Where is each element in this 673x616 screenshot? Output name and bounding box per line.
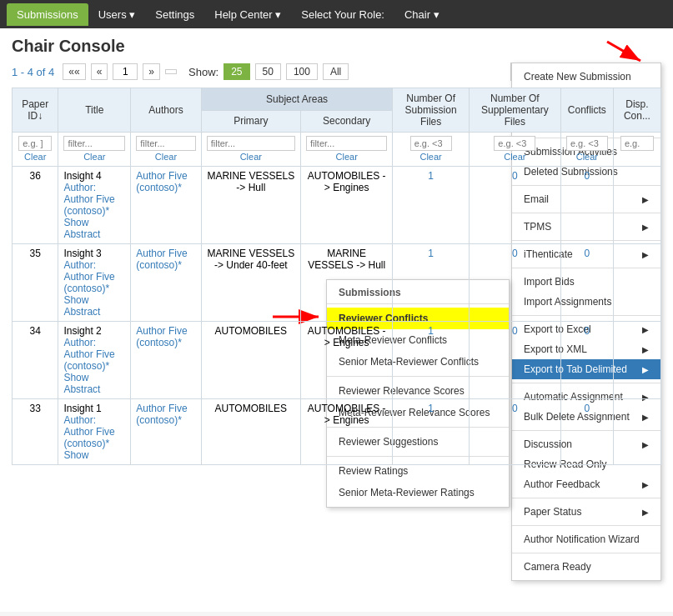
table-row: 36 Insight 4 Author: Author Five (contos… (13, 167, 661, 244)
th-secondary: Secondary (300, 110, 393, 133)
author-link-34[interactable]: Author: Author Five (contoso)* (63, 337, 114, 372)
dd-divider-10 (512, 498, 660, 498)
show-abstract-33[interactable]: Show (63, 449, 88, 461)
num-files-link-34[interactable]: 1 (428, 325, 434, 337)
cell-disp-con-36 (613, 167, 660, 244)
num-supp-link-35[interactable]: 0 (512, 248, 518, 259)
show-50-btn[interactable]: 50 (255, 63, 281, 80)
num-files-link-35[interactable]: 1 (428, 248, 434, 259)
show-100-btn[interactable]: 100 (286, 63, 318, 80)
cell-secondary-33: AUTOMOBILES -> Engines (300, 399, 393, 465)
show-abstract-36[interactable]: Show Abstract (63, 217, 100, 240)
filter-num-files-input[interactable] (410, 136, 452, 151)
cell-title-35: Insight 3 Author: Author Five (contoso)*… (58, 244, 131, 322)
show-abstract-35[interactable]: Show Abstract (63, 294, 100, 318)
filter-title-clear[interactable]: Clear (83, 152, 105, 162)
submenu-senior-meta-reviewer-ratings[interactable]: Senior Meta-Reviewer Ratings (327, 482, 509, 503)
th-disp-con: Disp. Con... (613, 88, 660, 133)
show-abstract-34[interactable]: Show Abstract (63, 372, 100, 395)
filter-conflicts-clear[interactable]: Clear (576, 152, 598, 162)
filter-primary-input[interactable] (207, 136, 295, 151)
filter-num-files-clear[interactable]: Clear (419, 152, 441, 162)
filter-paper-id-input[interactable] (18, 136, 52, 151)
th-title: Title (58, 88, 131, 133)
filter-secondary-clear[interactable]: Clear (336, 152, 358, 162)
dd-author-notification[interactable]: Author Notification Wizard (512, 529, 660, 549)
dd-camera-ready[interactable]: Camera Ready (512, 557, 660, 577)
num-supp-link-36[interactable]: 0 (512, 170, 518, 182)
author-five-link-34[interactable]: Author Five (contoso)* (136, 325, 187, 348)
filter-authors-cell: Clear (131, 133, 202, 167)
num-supp-link-34[interactable]: 0 (512, 325, 518, 337)
conflicts-link-34[interactable]: 0 (585, 325, 590, 337)
conflicts-link-33[interactable]: 0 (585, 403, 590, 414)
nav-role-label: Select Your Role: (291, 3, 394, 26)
filter-num-supp-clear[interactable]: Clear (504, 152, 525, 162)
page-number-input[interactable] (113, 63, 138, 80)
filter-secondary-input[interactable] (306, 136, 388, 151)
filter-title-cell: Clear (58, 133, 131, 167)
cell-conflicts-33: 0 (560, 399, 613, 465)
cell-authors-36: Author Five (contoso)* (131, 167, 202, 244)
nav-help-center[interactable]: Help Center ▾ (204, 3, 291, 26)
pager-first[interactable]: «« (63, 63, 85, 80)
filter-num-supp-input[interactable] (494, 136, 535, 151)
nav-chair[interactable]: Chair ▾ (394, 3, 450, 26)
nav-settings[interactable]: Settings (145, 3, 204, 26)
cell-disp-con-35 (613, 244, 660, 322)
author-five-link-36[interactable]: Author Five (contoso)* (136, 170, 187, 193)
filter-primary-clear[interactable]: Clear (240, 152, 262, 162)
pager-next[interactable]: » (143, 63, 160, 80)
filter-authors-clear[interactable]: Clear (155, 152, 177, 162)
filter-num-files-cell: Clear (393, 133, 469, 167)
show-all-btn[interactable]: All (323, 63, 349, 80)
filter-secondary-cell: Clear (300, 133, 393, 167)
cell-num-supp-34: 0 (469, 322, 560, 399)
filter-title-input[interactable] (63, 136, 125, 151)
nav-submissions[interactable]: Submissions (7, 3, 88, 26)
num-supp-link-33[interactable]: 0 (512, 403, 518, 414)
th-conflicts: Conflicts (560, 88, 613, 133)
cell-id-34: 34 (13, 322, 58, 399)
author-five-link-35[interactable]: Author Five (contoso)* (136, 248, 187, 271)
author-link-36[interactable]: Author: Author Five (contoso)* (63, 182, 114, 217)
cell-authors-35: Author Five (contoso)* (131, 244, 202, 322)
dd-create-new-submission[interactable]: Create New Submission (512, 67, 660, 87)
cell-primary-34: AUTOMOBILES (201, 322, 300, 399)
num-files-link-36[interactable]: 1 (428, 170, 434, 182)
cell-title-33: Insight 1 Author: Author Five (contoso)*… (58, 399, 131, 465)
cell-id-33: 33 (13, 399, 58, 465)
dd-divider-12 (512, 553, 660, 553)
author-link-35[interactable]: Author: Author Five (contoso)* (63, 259, 114, 294)
submissions-table: Paper ID↓ Title Authors Subject Areas Nu… (12, 88, 661, 465)
cell-num-files-35: 1 (393, 244, 469, 322)
th-authors: Authors (131, 88, 202, 133)
dd-divider-11 (512, 525, 660, 526)
th-paper-id[interactable]: Paper ID↓ (13, 88, 58, 133)
conflicts-link-35[interactable]: 0 (585, 248, 590, 259)
paper-status-arrow-icon: ▶ (642, 508, 649, 517)
dd-author-feedback[interactable]: Author Feedback ▶ (512, 474, 660, 494)
cell-num-supp-36: 0 (469, 167, 560, 244)
cell-num-files-36: 1 (393, 167, 469, 244)
nav-users[interactable]: Users ▾ (88, 3, 146, 26)
th-num-submission-files: Number Of Submission Files (393, 88, 469, 133)
filter-authors-input[interactable] (136, 136, 196, 151)
filter-conflicts-input[interactable] (566, 136, 608, 151)
main-content: Chair Console 1 - 4 of 4 «« « » Show: 25… (0, 28, 673, 612)
filter-disp-con-cell (613, 133, 660, 167)
cell-num-supp-33: 0 (469, 399, 560, 465)
num-files-link-33[interactable]: 1 (428, 403, 434, 414)
show-25-btn[interactable]: 25 (223, 63, 249, 80)
cell-conflicts-36: 0 (560, 167, 613, 244)
conflicts-link-36[interactable]: 0 (585, 170, 590, 182)
filter-disp-con-input[interactable] (620, 136, 654, 151)
pager-last[interactable] (165, 69, 177, 74)
table-row: 33 Insight 1 Author: Author Five (contos… (13, 399, 661, 465)
filter-paper-id-clear[interactable]: Clear (24, 152, 46, 162)
author-link-33[interactable]: Author: Author Five (contoso)* (63, 414, 114, 449)
cell-title-36: Insight 4 Author: Author Five (contoso)*… (58, 167, 131, 244)
dd-paper-status[interactable]: Paper Status ▶ (512, 502, 660, 522)
author-five-link-33[interactable]: Author Five (contoso)* (136, 403, 187, 426)
pager-prev[interactable]: « (91, 63, 108, 80)
